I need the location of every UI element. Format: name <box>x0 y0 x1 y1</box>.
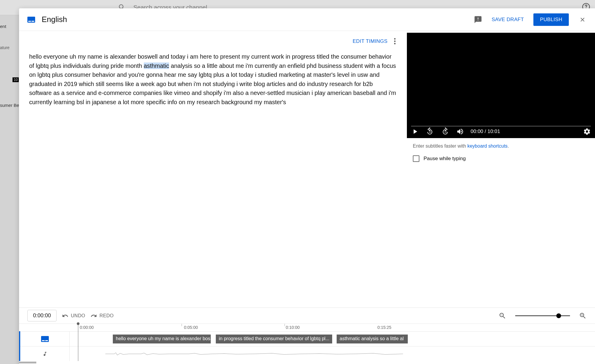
modal-title: English <box>42 15 67 15</box>
subtitle-editor-modal: English SAVE DRAFT PUBLISH EDIT TIMINGS … <box>19 8 595 15</box>
modal-header: English SAVE DRAFT PUBLISH <box>19 8 595 15</box>
publish-button[interactable]: PUBLISH <box>533 13 569 15</box>
save-draft-button[interactable]: SAVE DRAFT <box>489 14 527 15</box>
